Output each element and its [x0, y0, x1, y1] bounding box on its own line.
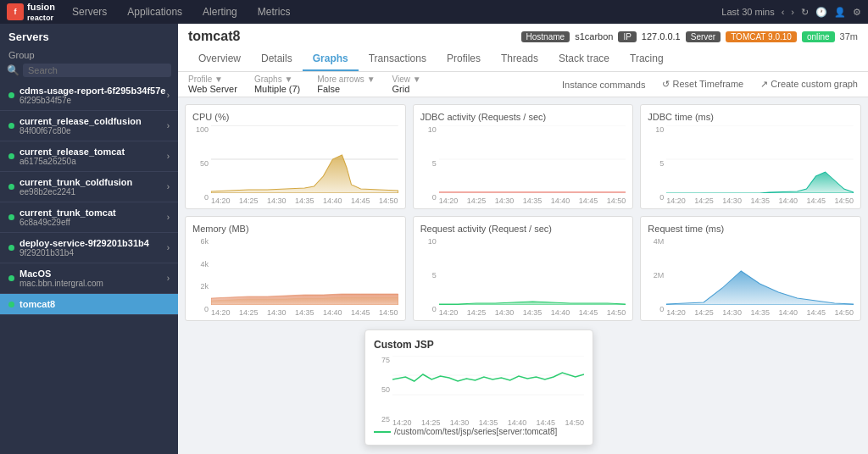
server-name: deploy-service-9f29201b31b4	[19, 238, 167, 248]
nav-applications[interactable]: Applications	[124, 4, 186, 19]
hostname-label: Hostname	[521, 31, 570, 42]
jdbctime-y-max: 10	[648, 125, 664, 134]
charts-area: CPU (%) 100 50 0	[178, 97, 868, 454]
list-item[interactable]: cdms-usage-report-6f295b34f57e 6f295b34f…	[0, 80, 178, 111]
mem-t-4: 14:35	[295, 308, 314, 317]
jdbcact-t-2: 14:25	[467, 197, 487, 205]
list-item[interactable]: current_trunk_tomcat 6c8a49c29eff ›	[0, 202, 178, 233]
list-item[interactable]: deploy-service-9f29201b31b4 9f29201b31b4…	[0, 233, 178, 263]
mem-y-min: 0	[192, 305, 209, 313]
tabs: Overview Details Graphs Transactions Pro…	[188, 47, 858, 71]
nav-metrics[interactable]: Metrics	[254, 4, 294, 19]
nav-gear-icon[interactable]: ⚙	[853, 7, 861, 18]
jdbctime-t-4: 14:35	[750, 197, 770, 205]
sub-graphs[interactable]: Graphs ▼ Multiple (7)	[254, 75, 300, 94]
tab-profiles[interactable]: Profiles	[437, 47, 491, 71]
nav-refresh-icon[interactable]: ↻	[801, 7, 809, 18]
chevron-icon: ›	[167, 182, 170, 191]
popup-t-1: 14:20	[392, 418, 412, 427]
server-info: cdms-usage-report-6f295b34f57e 6f295b34f…	[19, 86, 167, 105]
time-ago: 37m	[840, 31, 858, 42]
jdbcact-t-3: 14:30	[495, 197, 515, 205]
mem-t-2: 14:25	[239, 308, 259, 317]
cpu-t-1: 14:20	[211, 197, 231, 205]
chevron-icon: ›	[167, 152, 170, 161]
tab-tracing[interactable]: Tracing	[620, 47, 674, 71]
tab-overview[interactable]: Overview	[188, 47, 251, 71]
sub-view-label: View ▼	[392, 75, 421, 84]
list-item[interactable]: MacOS mac.bbn.intergral.com ›	[0, 263, 178, 294]
popup-t-6: 14:45	[537, 418, 556, 427]
tab-graphs[interactable]: Graphs	[303, 47, 359, 71]
server-id: a6175a26250a	[19, 157, 167, 166]
reset-timeframe-button[interactable]: ↺ Reset Timeframe	[662, 79, 743, 90]
tab-details[interactable]: Details	[251, 47, 303, 71]
chart-request-time-body: 4M 2M 0 14:20 14:25	[648, 237, 854, 313]
cpu-t-4: 14:35	[295, 197, 314, 205]
popup-t-7: 14:50	[565, 418, 584, 427]
svg-marker-5	[666, 271, 854, 305]
nav-servers[interactable]: Servers	[69, 4, 110, 19]
page-title: tomcat8	[188, 29, 240, 44]
status-dot	[8, 153, 14, 159]
server-name: MacOS	[19, 269, 167, 279]
chart-cpu: CPU (%) 100 50 0	[185, 104, 406, 209]
server-info: current_trunk_tomcat 6c8a49c29eff	[19, 208, 167, 227]
tab-stacktrace[interactable]: Stack trace	[548, 47, 620, 71]
tab-threads[interactable]: Threads	[491, 47, 548, 71]
server-label: Server	[686, 31, 721, 42]
jdbctime-t-1: 14:20	[666, 197, 686, 205]
reqtime-t-3: 14:30	[722, 308, 742, 317]
chart-request-activity-title: Request activity (Request / sec)	[420, 224, 626, 234]
status-dot	[8, 214, 14, 220]
chart-jdbc-time: JDBC time (ms) 10 5 0	[640, 104, 861, 209]
sub-profile[interactable]: Profile ▼ Web Server	[188, 75, 237, 94]
server-name: tomcat8	[19, 299, 170, 309]
popup-t-4: 14:35	[479, 418, 498, 427]
status-dot	[8, 92, 14, 98]
nav-prev-icon[interactable]: ‹	[782, 7, 785, 17]
list-item-active[interactable]: tomcat8	[0, 294, 178, 315]
time-label: Last 30 mins	[721, 7, 774, 17]
instance-commands[interactable]: Instance commands	[562, 80, 645, 90]
server-name: current_release_tomcat	[19, 147, 167, 157]
tab-transactions[interactable]: Transactions	[359, 47, 437, 71]
server-version: TOMCAT 9.0.10	[726, 31, 797, 42]
sub-profile-val: Web Server	[188, 84, 237, 94]
nav-user-icon[interactable]: 👤	[834, 7, 846, 18]
jdbcact-y-mid: 5	[420, 159, 437, 168]
popup-y-max: 75	[374, 356, 390, 364]
cpu-t-2: 14:25	[239, 197, 259, 205]
reqtime-t-7: 14:50	[834, 308, 854, 317]
ip-value: 127.0.0.1	[642, 31, 681, 42]
nav-clock-icon[interactable]: 🕐	[815, 7, 827, 18]
chart-memory-body: 6k 4k 2k 0	[192, 237, 398, 313]
list-item[interactable]: current_release_coldfusion 84f00f67c80e …	[0, 111, 178, 141]
mem-t-5: 14:40	[323, 308, 342, 317]
sub-more[interactable]: More arrows ▼ False	[317, 75, 375, 94]
server-info: current_release_coldfusion 84f00f67c80e	[19, 116, 167, 136]
server-info: MacOS mac.bbn.intergral.com	[19, 269, 167, 288]
cpu-t-3: 14:30	[267, 197, 287, 205]
sub-view[interactable]: View ▼ Grid	[392, 75, 421, 94]
nav-next-icon[interactable]: ›	[791, 7, 794, 17]
list-item[interactable]: current_trunk_coldfusion ee98b2ec2241 ›	[0, 172, 178, 202]
create-custom-graph-button[interactable]: ↗ Create custom graph	[760, 79, 858, 90]
jdbcact-y-max: 10	[420, 125, 437, 134]
reqtime-t-1: 14:20	[666, 308, 686, 317]
nav-alerting[interactable]: Alerting	[199, 4, 241, 19]
server-id: 84f00f67c80e	[19, 126, 167, 136]
chart-jdbc-activity: JDBC activity (Requests / sec) 10 5 0	[413, 104, 634, 209]
jdbctime-t-7: 14:50	[834, 197, 854, 205]
svg-marker-0	[211, 155, 398, 193]
list-item[interactable]: current_release_tomcat a6175a26250a ›	[0, 141, 178, 172]
reqact-y-max: 10	[420, 237, 437, 246]
chart-request-activity: Request activity (Request / sec) 10 5 0	[413, 216, 634, 321]
search-bar: 🔍	[0, 62, 178, 80]
search-input[interactable]	[23, 64, 171, 77]
server-list: cdms-usage-report-6f295b34f57e 6f295b34f…	[0, 80, 178, 454]
status-dot	[8, 302, 14, 307]
status-dot	[8, 245, 14, 251]
popup-legend-text: /custom/com/test/jsp/series[server:tomca…	[394, 427, 557, 436]
reqact-t-1: 14:20	[439, 308, 459, 317]
